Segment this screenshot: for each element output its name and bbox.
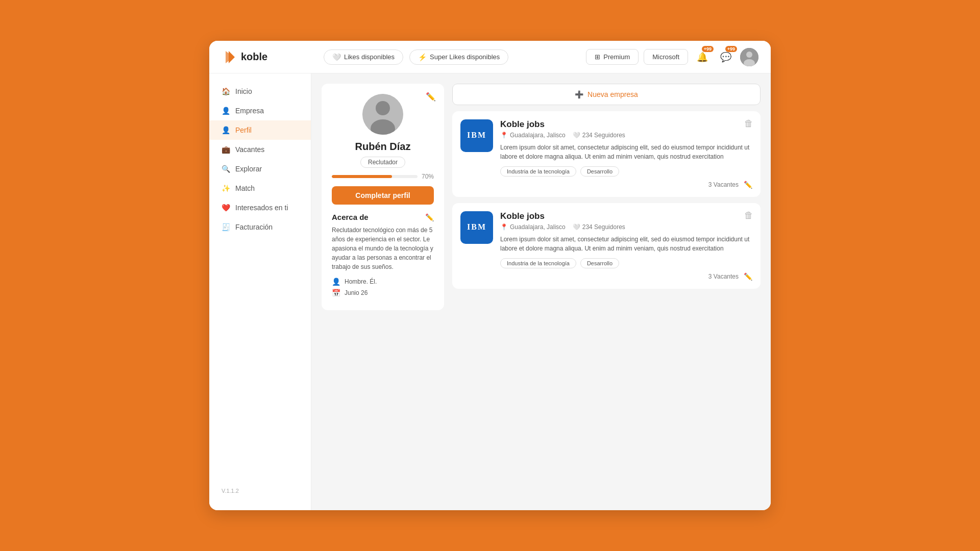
company-name-1: Koble jobs bbox=[500, 119, 752, 130]
likes-button[interactable]: 🤍 Likes disponibles bbox=[324, 49, 403, 65]
company-delete-icon-1[interactable]: 🗑 bbox=[744, 118, 753, 129]
sidebar-item-inicio[interactable]: 🏠 Inicio bbox=[209, 82, 311, 101]
super-likes-button[interactable]: ⚡ Super Likes disponibles bbox=[409, 49, 508, 65]
company-edit-icon-2[interactable]: ✏️ bbox=[744, 272, 752, 281]
new-company-button[interactable]: ➕ Nueva empresa bbox=[452, 84, 761, 105]
notif-badge: +99 bbox=[702, 46, 714, 52]
bell-icon: 🔔 bbox=[697, 52, 708, 63]
company-panel: ➕ Nueva empresa IBM Koble jobs bbox=[452, 84, 761, 500]
company-edit-icon-1[interactable]: ✏️ bbox=[744, 181, 752, 189]
company-info-1: Koble jobs 📍 Guadalajara, Jalisco 🤍 234 … bbox=[500, 119, 752, 189]
sidebar-item-facturacion[interactable]: 🧾 Facturación bbox=[209, 217, 311, 237]
empresa-icon: 👤 bbox=[222, 107, 230, 115]
sidebar-label-explorar: Explorar bbox=[235, 165, 262, 173]
progress-bar bbox=[332, 175, 418, 178]
likes-label: Likes disponibles bbox=[344, 53, 395, 61]
premium-icon: ⊞ bbox=[595, 53, 600, 61]
profile-progress-row: 70% bbox=[332, 173, 434, 180]
calendar-icon: 📅 bbox=[332, 289, 340, 297]
sidebar-label-inicio: Inicio bbox=[235, 87, 252, 95]
sidebar-item-empresa[interactable]: 👤 Empresa bbox=[209, 101, 311, 120]
company-location-2: 📍 Guadalajara, Jalisco bbox=[500, 223, 566, 231]
company-desc-1: Lorem ipsum dolor sit amet, consectetur … bbox=[500, 143, 752, 161]
profile-edit-icon[interactable]: ✏️ bbox=[426, 92, 436, 102]
profile-name: Rubén Díaz bbox=[332, 141, 434, 153]
company-tags-1: Industria de la tecnología Desarrollo bbox=[500, 166, 752, 177]
svg-text:IBM: IBM bbox=[467, 131, 486, 139]
profile-avatar bbox=[362, 94, 403, 135]
heart-icon: 🤍 bbox=[332, 53, 341, 61]
company-meta-2: 📍 Guadalajara, Jalisco 🤍 234 Seguidores bbox=[500, 223, 752, 231]
profile-card: ✏️ Rubén Díaz Reclutador 70% bbox=[322, 84, 444, 310]
sidebar: 🏠 Inicio 👤 Empresa 👤 Perfil 💼 Vacantes 🔍… bbox=[209, 73, 311, 510]
msg-badge: +99 bbox=[725, 46, 737, 52]
ibm-logo-1: IBM bbox=[464, 123, 489, 148]
search-icon: 🔍 bbox=[222, 165, 230, 173]
plus-icon: ➕ bbox=[575, 90, 583, 98]
sidebar-label-vacantes: Vacantes bbox=[235, 145, 264, 154]
sidebar-item-vacantes[interactable]: 💼 Vacantes bbox=[209, 140, 311, 159]
tag-tech-2: Industria de la tecnología bbox=[500, 258, 576, 268]
location-text-2: Guadalajara, Jalisco bbox=[510, 223, 566, 231]
about-text: Reclutador tecnológico con más de 5 años… bbox=[332, 226, 434, 271]
location-icon-1: 📍 bbox=[500, 132, 508, 139]
sidebar-label-interesados: Interesados en ti bbox=[235, 204, 288, 212]
logo: koble bbox=[222, 49, 313, 65]
company-name: Microsoft bbox=[652, 53, 679, 61]
company-card-2: IBM Koble jobs 📍 Guadalajara, Jalisco 🤍 bbox=[452, 203, 761, 289]
heart-icon-1: 🤍 bbox=[573, 132, 580, 139]
tag-tech-1: Industria de la tecnología bbox=[500, 166, 576, 177]
billing-icon: 🧾 bbox=[222, 223, 230, 231]
company-info-2: Koble jobs 📍 Guadalajara, Jalisco 🤍 234 … bbox=[500, 211, 752, 281]
vacantes-icon: 💼 bbox=[222, 145, 230, 154]
company-selector[interactable]: Microsoft bbox=[644, 49, 688, 65]
sidebar-label-match: Match bbox=[235, 184, 255, 192]
svg-text:IBM: IBM bbox=[467, 222, 486, 231]
header-right: ⊞ Premium Microsoft 🔔 +99 💬 +99 bbox=[586, 48, 758, 66]
company-logo-2: IBM bbox=[460, 211, 493, 244]
sidebar-item-match[interactable]: ✨ Match bbox=[209, 179, 311, 198]
company-tags-2: Industria de la tecnología Desarrollo bbox=[500, 258, 752, 268]
company-name-2: Koble jobs bbox=[500, 211, 752, 221]
progress-fill bbox=[332, 175, 392, 178]
company-followers-1: 🤍 234 Seguidores bbox=[573, 132, 625, 139]
tag-dev-1: Desarrollo bbox=[580, 166, 619, 177]
company-card-1: IBM Koble jobs 📍 Guadalajara, Jalisco 🤍 bbox=[452, 111, 761, 197]
new-company-label: Nueva empresa bbox=[587, 90, 638, 98]
gender-text: Hombre. Él. bbox=[345, 278, 377, 285]
profile-gender: 👤 Hombre. Él. bbox=[332, 278, 434, 286]
match-icon: ✨ bbox=[222, 184, 230, 192]
sidebar-item-interesados[interactable]: ❤️ Interesados en ti bbox=[209, 198, 311, 217]
messages-button[interactable]: 💬 +99 bbox=[717, 48, 735, 66]
followers-text-1: 234 Seguidores bbox=[582, 132, 625, 139]
ibm-logo-2: IBM bbox=[464, 215, 489, 240]
perfil-icon: 👤 bbox=[222, 126, 230, 134]
logo-text: koble bbox=[241, 51, 267, 63]
location-text-1: Guadalajara, Jalisco bbox=[510, 132, 566, 139]
sidebar-item-perfil[interactable]: 👤 Perfil bbox=[209, 120, 311, 140]
about-title-text: Acerca de bbox=[332, 213, 369, 221]
heart-icon-2: 🤍 bbox=[573, 223, 580, 231]
birthday-text: Junio 26 bbox=[345, 289, 368, 296]
header: koble 🤍 Likes disponibles ⚡ Super Likes … bbox=[209, 41, 771, 73]
company-footer-2: 3 Vacantes ✏️ bbox=[500, 272, 752, 281]
sidebar-item-explorar[interactable]: 🔍 Explorar bbox=[209, 159, 311, 179]
svg-point-6 bbox=[376, 101, 390, 115]
about-section-title: Acerca de ✏️ bbox=[332, 213, 434, 221]
heart-icon: ❤️ bbox=[222, 204, 230, 212]
chat-icon: 💬 bbox=[720, 52, 731, 63]
profile-badge: Reclutador bbox=[360, 157, 405, 168]
company-followers-2: 🤍 234 Seguidores bbox=[573, 223, 625, 231]
followers-text-2: 234 Seguidores bbox=[582, 223, 625, 231]
complete-profile-button[interactable]: Completar perfil bbox=[332, 186, 434, 205]
premium-button[interactable]: ⊞ Premium bbox=[586, 49, 639, 65]
company-delete-icon-2[interactable]: 🗑 bbox=[744, 210, 753, 221]
about-edit-icon[interactable]: ✏️ bbox=[425, 213, 434, 221]
location-icon-2: 📍 bbox=[500, 223, 508, 231]
vacantes-count-1: 3 Vacantes bbox=[708, 181, 739, 188]
notifications-button[interactable]: 🔔 +99 bbox=[693, 48, 712, 66]
user-avatar[interactable] bbox=[740, 48, 758, 66]
body: 🏠 Inicio 👤 Empresa 👤 Perfil 💼 Vacantes 🔍… bbox=[209, 73, 771, 510]
profile-birthday: 📅 Junio 26 bbox=[332, 289, 434, 297]
company-desc-2: Lorem ipsum dolor sit amet, consectetur … bbox=[500, 235, 752, 253]
